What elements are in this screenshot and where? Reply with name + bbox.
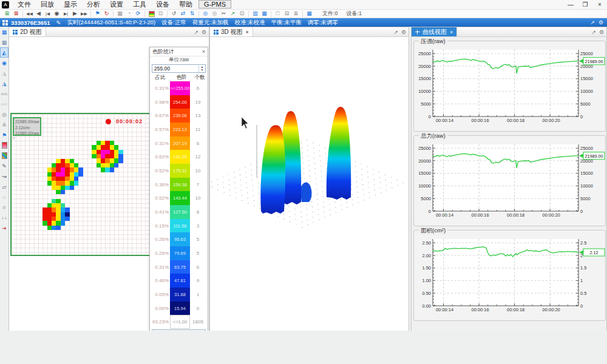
menu-回放[interactable]: 回放 xyxy=(36,0,59,10)
view-3d-surface-button[interactable]: ◭ xyxy=(0,47,8,58)
timer-value: 00:00:02 xyxy=(116,118,143,124)
spinner-arrows-icon[interactable]: ▲▼ xyxy=(198,331,205,331)
minimize-button[interactable]: — xyxy=(563,0,578,10)
record-stop-button[interactable]: ◉ xyxy=(53,10,61,18)
grid-view-button[interactable]: ▦ xyxy=(305,10,313,18)
target-on-button[interactable]: ◎ xyxy=(202,10,209,18)
frame-select-button[interactable]: ⊡ xyxy=(238,10,246,18)
color-stats-columns: 占比色阶个数 xyxy=(150,73,208,81)
svg-text:00:00:20: 00:00:20 xyxy=(543,307,560,312)
color-level-row: 0.00%15.940 xyxy=(152,302,206,315)
stamp-button[interactable]: ≗ xyxy=(0,120,8,130)
fast-backward-button[interactable]: ◀◀ xyxy=(25,10,33,18)
step-backward-button[interactable]: ◀ xyxy=(35,10,42,18)
view-quad-button[interactable]: ▦ xyxy=(0,37,8,47)
selection-y-mark: Y xyxy=(13,136,15,140)
gear-icon[interactable]: ⚙ xyxy=(599,19,603,25)
layout-grid-button[interactable]: ▦ xyxy=(260,10,268,18)
side-tool-strip: ▦▦◭◉◮◮AVGAVG◎≗⚑✎↝▱◌○⊥⊥➔ xyxy=(0,27,8,233)
pin-marker-button[interactable]: ⚑ xyxy=(93,10,101,18)
export-button[interactable]: ↗ xyxy=(229,10,237,18)
close-button[interactable]: × xyxy=(592,0,607,10)
monitor-button[interactable]: ⊟ xyxy=(283,10,291,18)
close-icon[interactable]: × xyxy=(202,49,205,55)
swap-vertical-button[interactable]: ⇅ xyxy=(188,10,196,18)
view-3d-scene[interactable] xyxy=(210,37,409,331)
gauge-button[interactable]: ◔ xyxy=(125,10,133,18)
svg-text:15000: 15000 xyxy=(580,76,593,81)
max-level-spinner[interactable]: 255.00 ▲▼ xyxy=(152,64,206,73)
tab-3d-view[interactable]: 3D 视图 × xyxy=(210,27,253,36)
menu-显示[interactable]: 显示 xyxy=(59,0,82,10)
layout-columns-button[interactable]: ▥ xyxy=(251,10,259,18)
go-first-frame-button[interactable]: |◀ xyxy=(44,10,52,18)
menu-设备[interactable]: 设备 xyxy=(151,0,174,10)
pressure-map[interactable]: 21989.00raw2.12cm²21989.00raw Y 00:00:02 xyxy=(10,113,154,256)
polygon-button[interactable]: ▱ xyxy=(0,181,8,192)
toolbar-separator xyxy=(113,11,114,17)
exit-button[interactable]: ➔ xyxy=(0,223,8,233)
expand-icon[interactable]: ↗ xyxy=(194,29,198,35)
expand-icon[interactable]: ↗ xyxy=(590,19,595,25)
tab-2d-view[interactable]: 2D 视图 xyxy=(9,27,46,36)
target-rings-button[interactable]: ◉ xyxy=(0,58,8,68)
video-frame-button[interactable]: ▦ xyxy=(116,10,124,18)
menu-帮助[interactable]: 帮助 xyxy=(174,0,197,10)
pyramid-disabled-button[interactable]: ◮ xyxy=(0,68,8,78)
add-view-button[interactable]: ⊞ xyxy=(3,10,11,18)
spinner-arrows-icon[interactable]: ▲▼ xyxy=(198,66,205,72)
avg-profile-button[interactable]: AVG xyxy=(0,89,8,99)
menu-G-PMS[interactable]: G-PMS xyxy=(198,0,231,8)
menu-设置[interactable]: 设置 xyxy=(105,0,128,10)
edit-icon[interactable]: ✎ xyxy=(56,19,61,26)
colorbar-vertical-button[interactable] xyxy=(0,140,8,150)
close-view-button[interactable]: ⊠ xyxy=(12,10,20,18)
ellipse-select-button[interactable]: ◌ xyxy=(0,192,8,202)
tab-close-icon[interactable]: × xyxy=(450,29,453,35)
chart-plot[interactable]: 0.0000.500.51.0011.501.52.0022.502.500:0… xyxy=(415,232,605,320)
colorbar-button[interactable] xyxy=(148,10,155,18)
go-last-frame-button[interactable]: ▶| xyxy=(62,10,70,18)
refresh-button[interactable]: ↺ xyxy=(170,10,178,18)
file-count: 文件:0 xyxy=(322,10,338,18)
window-frame-button[interactable]: □ xyxy=(274,10,282,18)
tab-curve-view[interactable]: 曲线视图 × xyxy=(412,27,457,36)
gear-icon[interactable]: ⚙ xyxy=(202,29,206,35)
gear-icon[interactable]: ⚙ xyxy=(401,29,406,35)
polyline-button[interactable]: ↝ xyxy=(0,171,8,181)
fast-forward-button[interactable]: ▶▶ xyxy=(80,10,88,18)
loop-playback-button[interactable]: ↻ xyxy=(103,10,110,18)
menu-分析[interactable]: 分析 xyxy=(82,0,105,10)
target-off-button[interactable]: ◎ xyxy=(211,10,219,18)
chart-plot[interactable]: 0050005000100001000015000150002000020000… xyxy=(415,42,605,131)
calibration-weights-button[interactable]: ⊥⊥ xyxy=(0,212,8,223)
record-region-button[interactable]: ◎ xyxy=(0,109,8,120)
color-level-row: 0.15%111.563 xyxy=(152,219,206,233)
pencil-button[interactable]: ✎ xyxy=(0,161,8,171)
gear-icon[interactable]: ⚙ xyxy=(599,29,604,35)
menu-工具[interactable]: 工具 xyxy=(128,0,151,10)
main-toolbar: ⊞⊠◀◀◀|◀◉▶|▶▶▶⚑↻▦◔⟳⊡↺⇄⇅◎◎✂↗⊡▥▦□⊟≣▦ 文件:0 设… xyxy=(0,10,607,18)
avg-disabled-button[interactable]: AVG xyxy=(0,99,8,109)
list-view-button[interactable]: ≣ xyxy=(292,10,300,18)
expand-icon[interactable]: ↗ xyxy=(393,29,398,35)
palette-button[interactable] xyxy=(0,150,8,161)
tab-close-icon[interactable]: × xyxy=(246,29,249,35)
view-2d-button[interactable]: ▦ xyxy=(0,27,8,37)
svg-text:20000: 20000 xyxy=(418,64,431,69)
menu-文件[interactable]: 文件 xyxy=(13,0,36,10)
clipboard-button[interactable]: ⊡ xyxy=(157,10,164,18)
circle-select-button[interactable]: ○ xyxy=(0,202,8,212)
expand-icon[interactable]: ↗ xyxy=(591,29,596,35)
video-sync-button[interactable]: ⟳ xyxy=(134,10,142,18)
pyramid-view-button[interactable]: ◮ xyxy=(0,78,8,89)
toolbar-separator xyxy=(198,11,199,17)
min-level-spinner[interactable]: 0.00 ▲▼ xyxy=(152,329,206,331)
maximize-button[interactable]: ❐ xyxy=(578,0,592,10)
swap-horizontal-button[interactable]: ⇄ xyxy=(179,10,187,18)
cut-button[interactable]: ✂ xyxy=(220,10,228,18)
chart-plot[interactable]: 0050005000100001000015000150002000020000… xyxy=(415,137,605,226)
play-button[interactable]: ▶ xyxy=(71,10,79,18)
pin-button[interactable]: ⚑ xyxy=(0,130,8,140)
selection-info-box[interactable]: 21989.00raw2.12cm²21989.00raw xyxy=(13,117,41,136)
